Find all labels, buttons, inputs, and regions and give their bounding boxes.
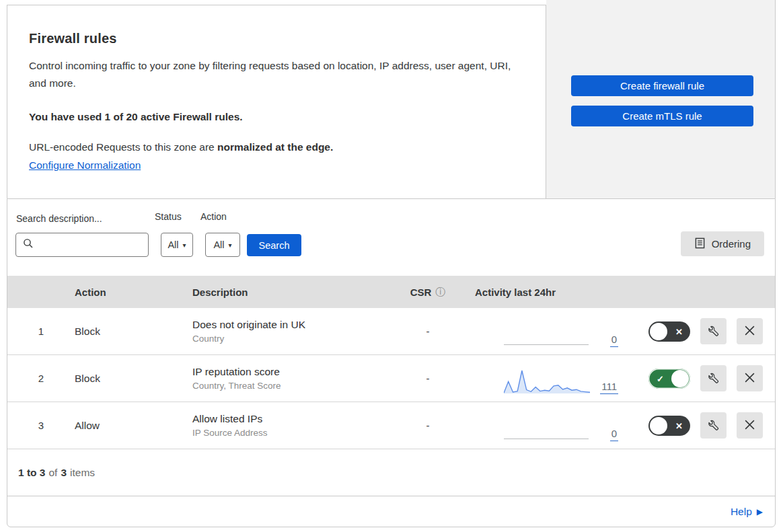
pagination-range: 1 to 3 (18, 467, 45, 478)
search-input-field[interactable] (39, 239, 140, 250)
activity-count-link[interactable]: 0 (610, 428, 618, 441)
toggle-state-icon: ✓ (657, 373, 664, 383)
rule-csr: - (426, 420, 430, 431)
help-link-label: Help (731, 506, 752, 518)
wrench-icon (707, 324, 720, 339)
action-dropdown[interactable]: All ▾ (205, 233, 240, 257)
rule-priority: 2 (38, 373, 44, 384)
delete-rule-button[interactable] (737, 412, 763, 439)
rule-controls: ✓ (633, 365, 775, 391)
ordering-button-label: Ordering (712, 238, 751, 250)
column-header-csr: CSR ⓘ (410, 286, 446, 299)
arrow-right-icon: ▶ (757, 507, 763, 517)
rule-description: IP reputation score (192, 366, 391, 378)
rule-activity-cell: 0 (465, 408, 633, 443)
rules-list-card: Search description... Status Action All … (7, 198, 776, 527)
status-dropdown[interactable]: All ▾ (161, 233, 193, 257)
rule-criteria: IP Source Address (192, 428, 391, 438)
rule-criteria: Country (192, 334, 391, 344)
action-dropdown-value: All (213, 239, 224, 250)
rule-csr: - (426, 326, 430, 337)
search-icon (23, 238, 34, 252)
column-header-activity: Activity last 24hr (465, 287, 633, 298)
status-dropdown-value: All (168, 239, 178, 250)
filter-bar: Search description... Status Action All … (7, 199, 775, 276)
rule-action: Allow (75, 420, 192, 432)
wrench-icon (707, 418, 720, 433)
rule-enabled-toggle[interactable]: ✓ (648, 369, 690, 389)
normalization-bold: normalized at the edge. (217, 141, 333, 153)
header-card: Firewall rules Control incoming traffic … (7, 5, 546, 198)
rule-enabled-toggle[interactable]: ✕ (648, 416, 690, 436)
rule-activity-cell: 111 (465, 361, 633, 396)
pagination-summary: 1 to 3 of 3 items (7, 449, 775, 496)
table-row: 3 Allow Allow listed IPs IP Source Addre… (7, 402, 775, 449)
rule-priority: 1 (38, 326, 44, 337)
delete-rule-button[interactable] (737, 318, 763, 344)
close-icon (744, 325, 755, 338)
action-label: Action (200, 211, 227, 222)
pagination-of: of (48, 467, 57, 479)
actions-panel: Create firewall rule Create mTLS rule (546, 0, 776, 198)
table-row: 1 Block Does not originate in UK Country… (7, 308, 775, 355)
edit-rule-button[interactable] (700, 365, 727, 391)
activity-sparkline-empty (504, 322, 591, 349)
delete-rule-button[interactable] (737, 365, 763, 391)
rule-description-cell: Does not originate in UK Country (192, 319, 391, 344)
rule-activity-cell: 0 (465, 314, 633, 349)
configure-normalization-link[interactable]: Configure Normalization (29, 159, 141, 172)
search-label: Search description... (16, 213, 102, 224)
page-description: Control incoming traffic to your zone by… (29, 57, 513, 92)
rule-description-cell: Allow listed IPs IP Source Address (192, 413, 391, 438)
help-link[interactable]: Help ▶ (731, 506, 763, 518)
activity-sparkline-empty (504, 416, 591, 443)
rule-action: Block (75, 373, 192, 385)
toggle-knob (671, 370, 689, 387)
pagination-total: 3 (61, 467, 67, 478)
create-firewall-rule-button[interactable]: Create firewall rule (571, 75, 753, 96)
create-mtls-rule-button[interactable]: Create mTLS rule (571, 106, 753, 126)
toggle-knob (650, 417, 667, 434)
search-button[interactable]: Search (247, 234, 301, 256)
table-header: Action Description CSR ⓘ Activity last 2… (7, 276, 775, 308)
activity-count-link[interactable]: 111 (600, 381, 618, 394)
rule-description: Does not originate in UK (192, 319, 391, 331)
ordering-list-icon (694, 237, 706, 251)
activity-sparkline (504, 369, 591, 396)
chevron-down-icon: ▾ (183, 241, 186, 249)
info-icon[interactable]: ⓘ (435, 286, 445, 299)
normalization-note: URL-encoded Requests to this zone are no… (29, 141, 519, 153)
close-icon (744, 419, 755, 432)
toggle-state-icon: ✕ (675, 420, 683, 430)
rule-description: Allow listed IPs (192, 413, 391, 425)
firewall-rules-page: Firewall rules Control incoming traffic … (0, 0, 781, 532)
normalization-text: URL-encoded Requests to this zone are (29, 141, 217, 153)
chevron-down-icon: ▾ (229, 241, 232, 249)
table-row: 2 Block IP reputation score Country, Thr… (7, 355, 775, 402)
column-header-description: Description (192, 287, 391, 298)
rule-enabled-toggle[interactable]: ✕ (648, 321, 690, 342)
toggle-state-icon: ✕ (675, 326, 683, 336)
ordering-button[interactable]: Ordering (681, 231, 764, 256)
rule-description-cell: IP reputation score Country, Threat Scor… (192, 366, 391, 391)
rule-controls: ✕ (633, 412, 775, 439)
rule-controls: ✕ (633, 318, 775, 344)
wrench-icon (707, 371, 720, 386)
page-title: Firewall rules (29, 31, 519, 46)
rule-csr: - (426, 373, 430, 384)
rule-action: Block (75, 326, 192, 338)
edit-rule-button[interactable] (700, 412, 727, 439)
rule-criteria: Country, Threat Score (192, 381, 391, 391)
status-label: Status (155, 211, 182, 222)
close-icon (744, 372, 755, 385)
activity-count-link[interactable]: 0 (610, 334, 618, 347)
rule-priority: 3 (38, 420, 44, 431)
search-input[interactable] (15, 233, 149, 257)
edit-rule-button[interactable] (700, 318, 727, 344)
pagination-items: items (70, 467, 95, 479)
column-header-action: Action (75, 287, 192, 298)
help-bar: Help ▶ (7, 496, 775, 527)
usage-summary: You have used 1 of 20 active Firewall ru… (29, 111, 519, 123)
toggle-knob (650, 323, 667, 340)
